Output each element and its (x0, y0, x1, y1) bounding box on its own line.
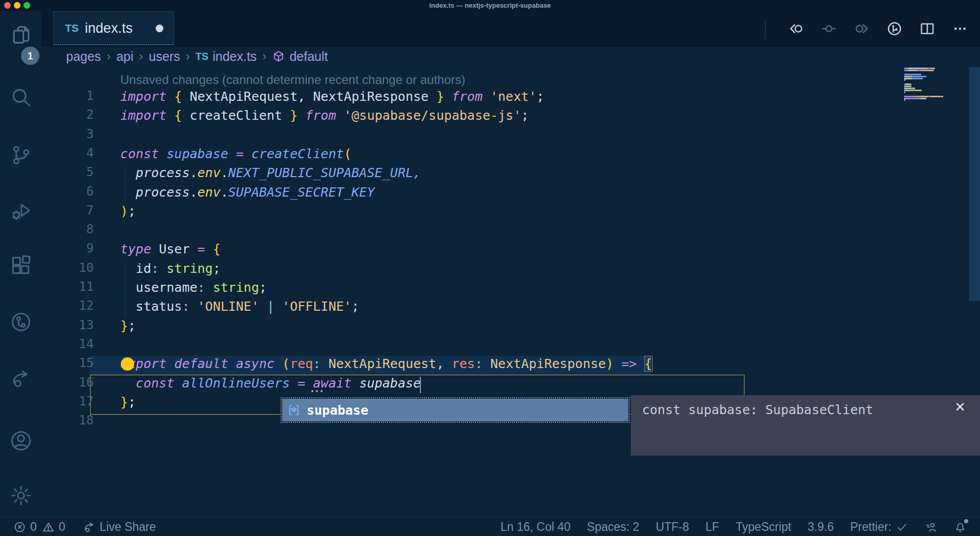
feedback-icon (925, 521, 938, 533)
text-cursor (420, 377, 421, 393)
code-token-punct: { (166, 108, 182, 123)
language-mode[interactable]: TypeScript (736, 520, 792, 534)
tab-bar: TS index.ts (41, 11, 980, 47)
window-title: index.ts — nextjs-typescript-supabase (0, 2, 980, 9)
navigate-back-icon[interactable] (789, 21, 804, 36)
sidebar-item-accounts[interactable] (0, 425, 41, 456)
breadcrumb-file[interactable]: TS index.ts (196, 49, 257, 64)
live-share-label: Live Share (100, 520, 156, 534)
minimap-line (904, 78, 923, 79)
navigate-target-icon[interactable] (821, 21, 837, 36)
lightbulb-dot-icon[interactable] (121, 357, 134, 371)
code-line[interactable]: username: string; (120, 278, 267, 297)
code-token-green: string (205, 280, 259, 295)
close-icon[interactable]: ✕ (954, 399, 966, 415)
indentation-setting[interactable]: Spaces: 2 (587, 520, 639, 534)
code-line[interactable]: id: string; (120, 259, 221, 278)
code-token-green: string (159, 261, 212, 276)
tab-index-ts[interactable]: TS index.ts (53, 11, 174, 45)
line-number: 11 (51, 280, 94, 294)
breadcrumb-symbol[interactable]: default (272, 49, 328, 64)
symbol-variable-icon (286, 402, 302, 418)
problems-warnings[interactable]: 0 (42, 520, 66, 534)
suggest-item-supabase[interactable]: supabase (282, 399, 628, 421)
minimap-line (904, 83, 911, 85)
code-line[interactable]: }; (120, 316, 136, 335)
minimap[interactable] (904, 68, 969, 114)
titlebar: index.ts — nextjs-typescript-supabase (0, 0, 980, 11)
more-actions-icon[interactable] (952, 21, 968, 36)
code-token-punct: } (120, 318, 128, 333)
code-line[interactable]: status: 'ONLINE' | 'OFFLINE'; (120, 297, 359, 316)
sidebar-item-gitlens[interactable] (0, 307, 41, 337)
sidebar-item-settings[interactable] (0, 480, 41, 511)
encoding-setting[interactable]: UTF-8 (656, 520, 689, 534)
breadcrumb-separator: › (186, 49, 190, 63)
breadcrumb-folder[interactable]: pages (66, 49, 101, 64)
code-token-id: User (151, 242, 189, 256)
code-token-kw: type (120, 242, 151, 256)
minimap-line (904, 92, 905, 93)
code-token-punct: ) (606, 356, 613, 371)
hint-squiggle-dots (311, 390, 323, 392)
code-token-punct: } (436, 89, 444, 104)
sidebar-item-search[interactable] (0, 82, 41, 113)
live-share-status[interactable]: Live Share (83, 520, 156, 534)
line-number: 15 (51, 356, 94, 370)
code-line[interactable]: const allOnlineUsers = await supabase (120, 374, 421, 393)
error-count: 0 (30, 520, 37, 534)
prettier-status[interactable]: Prettier: (850, 520, 908, 534)
line-number: 17 (51, 394, 94, 409)
line-number: 4 (51, 146, 94, 160)
code-token-orange: req (290, 356, 313, 371)
line-number: 6 (51, 184, 94, 199)
unsaved-changes-annotation: Unsaved changes (cannot determine recent… (120, 73, 465, 87)
line-number: 7 (51, 203, 94, 218)
line-number: 1 (51, 89, 94, 103)
line-number: 8 (51, 222, 94, 237)
sidebar-item-run-and-debug[interactable] (0, 196, 41, 226)
run-or-debug-icon[interactable] (887, 21, 902, 36)
code-line[interactable]: import { createClient } from '@supabase/… (120, 106, 529, 125)
typescript-version[interactable]: 3.9.6 (807, 520, 834, 534)
vertical-scrollbar[interactable] (969, 67, 980, 301)
eol-setting[interactable]: LF (706, 520, 719, 534)
code-token-punct: { (166, 89, 182, 104)
sidebar-item-live-share[interactable] (0, 363, 41, 394)
code-token-kw: => (613, 356, 636, 371)
sidebar-item-source-control[interactable] (0, 140, 41, 170)
code-token-id: . (221, 165, 228, 180)
code-token-kw: export default async (120, 356, 274, 371)
code-line[interactable]: import { NextApiRequest, NextApiResponse… (120, 87, 544, 106)
navigate-forward-icon[interactable] (854, 21, 869, 36)
code-line[interactable]: }; (120, 393, 136, 412)
code-line[interactable]: process.env.NEXT_PUBLIC_SUPABASE_URL, (120, 163, 421, 182)
sidebar-item-extensions[interactable] (0, 250, 41, 281)
status-bar: 0 0 Live Share Ln 16, Col 40 Spaces: 2 U… (0, 517, 980, 536)
cursor-position[interactable]: Ln 16, Col 40 (501, 520, 571, 534)
problems-errors[interactable]: 0 (13, 520, 37, 534)
code-token-id: username (120, 280, 198, 295)
code-line[interactable]: type User = { (120, 240, 221, 259)
code-token-id (637, 356, 645, 371)
code-line[interactable]: export default async (req: NextApiReques… (120, 354, 652, 373)
code-token-id: NextApiRequest, NextApiResponse (182, 89, 436, 104)
breadcrumb-folder[interactable]: api (116, 49, 133, 64)
code-token-kw: import (120, 108, 166, 123)
code-token-fn: allOnlineUsers (174, 376, 290, 391)
split-editor-icon[interactable] (920, 21, 935, 36)
breadcrumb-separator: › (139, 49, 143, 63)
code-token-id: ; (128, 318, 136, 333)
code-line[interactable]: const supabase = createClient( (120, 144, 352, 163)
check-icon (896, 521, 908, 533)
code-line[interactable]: ); (120, 202, 136, 221)
breadcrumb-separator: › (262, 49, 266, 63)
code-token-id: ; (521, 108, 529, 123)
notifications-button[interactable] (954, 521, 967, 533)
feedback-button[interactable] (925, 521, 938, 533)
code-line[interactable]: process.env.SUPABASE_SECRET_KEY (120, 183, 375, 202)
code-token-str: '@supabase/supabase-js' (336, 108, 521, 123)
breadcrumb: pages › api › users › TS index.ts › defa… (41, 46, 980, 67)
modified-dot-icon[interactable] (156, 25, 163, 32)
breadcrumb-folder[interactable]: users (149, 49, 180, 64)
